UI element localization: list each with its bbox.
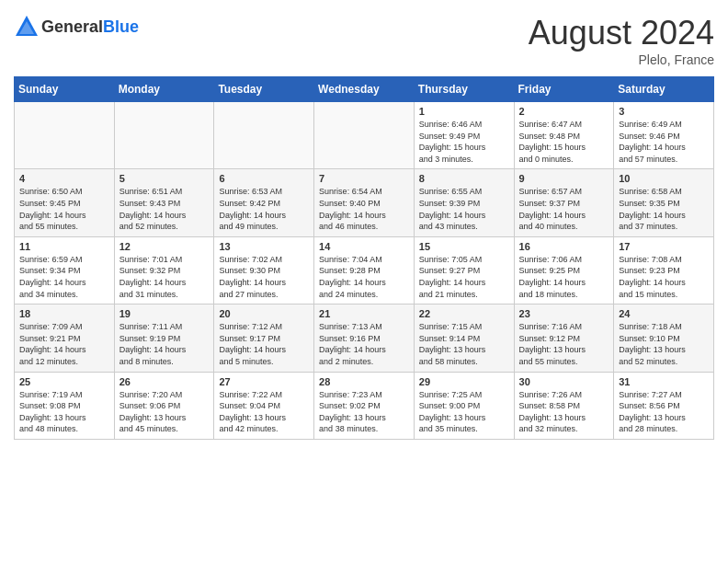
calendar-cell: 24Sunrise: 7:18 AM Sunset: 9:10 PM Dayli… [614,304,714,372]
day-number: 4 [19,173,109,184]
day-number: 29 [419,376,509,387]
day-number: 26 [119,376,210,387]
calendar-cell: 31Sunrise: 7:27 AM Sunset: 8:56 PM Dayli… [614,372,714,439]
day-info: Sunrise: 6:53 AM Sunset: 9:42 PM Dayligh… [219,186,309,232]
day-info: Sunrise: 7:02 AM Sunset: 9:30 PM Dayligh… [219,254,309,300]
calendar-cell: 2Sunrise: 6:47 AM Sunset: 9:48 PM Daylig… [514,102,614,169]
day-number: 3 [619,106,709,117]
day-number: 10 [619,173,709,184]
weekday-header-monday: Monday [114,77,214,102]
calendar-cell: 23Sunrise: 7:16 AM Sunset: 9:12 PM Dayli… [514,304,614,372]
calendar-cell: 5Sunrise: 6:51 AM Sunset: 9:43 PM Daylig… [114,169,214,236]
day-number: 18 [19,308,109,319]
day-info: Sunrise: 7:09 AM Sunset: 9:21 PM Dayligh… [19,321,109,367]
day-number: 21 [319,308,409,319]
logo-icon [14,14,40,40]
title-block: August 2024 Plelo, France [529,14,714,67]
day-number: 15 [419,241,509,252]
weekday-header-thursday: Thursday [414,77,514,102]
day-info: Sunrise: 6:51 AM Sunset: 9:43 PM Dayligh… [119,186,210,232]
calendar-cell: 6Sunrise: 6:53 AM Sunset: 9:42 PM Daylig… [214,169,314,236]
calendar-cell: 9Sunrise: 6:57 AM Sunset: 9:37 PM Daylig… [514,169,614,236]
calendar-cell: 10Sunrise: 6:58 AM Sunset: 9:35 PM Dayli… [614,169,714,236]
calendar-cell: 4Sunrise: 6:50 AM Sunset: 9:45 PM Daylig… [15,169,115,236]
weekday-header-sunday: Sunday [15,77,115,102]
calendar-cell: 11Sunrise: 6:59 AM Sunset: 9:34 PM Dayli… [15,236,115,304]
day-info: Sunrise: 7:04 AM Sunset: 9:28 PM Dayligh… [319,254,409,300]
day-info: Sunrise: 7:01 AM Sunset: 9:32 PM Dayligh… [119,254,210,300]
calendar-week-1: 1Sunrise: 6:46 AM Sunset: 9:49 PM Daylig… [15,102,714,169]
calendar-cell: 14Sunrise: 7:04 AM Sunset: 9:28 PM Dayli… [314,236,415,304]
calendar-cell: 20Sunrise: 7:12 AM Sunset: 9:17 PM Dayli… [214,304,314,372]
day-number: 25 [19,376,109,387]
month-title: August 2024 [529,14,714,52]
calendar-cell: 22Sunrise: 7:15 AM Sunset: 9:14 PM Dayli… [414,304,514,372]
day-info: Sunrise: 7:06 AM Sunset: 9:25 PM Dayligh… [519,254,609,300]
day-info: Sunrise: 7:05 AM Sunset: 9:27 PM Dayligh… [419,254,509,300]
day-number: 5 [119,173,210,184]
calendar-cell: 7Sunrise: 6:54 AM Sunset: 9:40 PM Daylig… [314,169,415,236]
calendar-cell: 26Sunrise: 7:20 AM Sunset: 9:06 PM Dayli… [114,372,214,439]
day-info: Sunrise: 7:19 AM Sunset: 9:08 PM Dayligh… [19,389,109,435]
day-number: 28 [319,376,409,387]
day-info: Sunrise: 6:49 AM Sunset: 9:46 PM Dayligh… [619,119,709,165]
logo: GeneralBlue [14,14,139,40]
day-info: Sunrise: 7:25 AM Sunset: 9:00 PM Dayligh… [419,389,509,435]
calendar-cell: 15Sunrise: 7:05 AM Sunset: 9:27 PM Dayli… [414,236,514,304]
day-number: 19 [119,308,210,319]
calendar-cell [314,102,415,169]
day-number: 14 [319,241,409,252]
day-info: Sunrise: 6:57 AM Sunset: 9:37 PM Dayligh… [519,186,609,232]
calendar-table: SundayMondayTuesdayWednesdayThursdayFrid… [14,76,714,440]
calendar-cell: 21Sunrise: 7:13 AM Sunset: 9:16 PM Dayli… [314,304,415,372]
calendar-cell: 28Sunrise: 7:23 AM Sunset: 9:02 PM Dayli… [314,372,415,439]
day-number: 30 [519,376,609,387]
day-info: Sunrise: 7:18 AM Sunset: 9:10 PM Dayligh… [619,321,709,367]
day-info: Sunrise: 7:23 AM Sunset: 9:02 PM Dayligh… [319,389,409,435]
weekday-header-row: SundayMondayTuesdayWednesdayThursdayFrid… [15,77,714,102]
day-info: Sunrise: 7:22 AM Sunset: 9:04 PM Dayligh… [219,389,309,435]
calendar-cell: 29Sunrise: 7:25 AM Sunset: 9:00 PM Dayli… [414,372,514,439]
calendar-cell: 1Sunrise: 6:46 AM Sunset: 9:49 PM Daylig… [414,102,514,169]
day-number: 2 [519,106,609,117]
calendar-week-4: 18Sunrise: 7:09 AM Sunset: 9:21 PM Dayli… [15,304,714,372]
day-number: 9 [519,173,609,184]
day-info: Sunrise: 6:54 AM Sunset: 9:40 PM Dayligh… [319,186,409,232]
weekday-header-saturday: Saturday [614,77,714,102]
day-number: 22 [419,308,509,319]
day-info: Sunrise: 7:20 AM Sunset: 9:06 PM Dayligh… [119,389,210,435]
calendar-week-3: 11Sunrise: 6:59 AM Sunset: 9:34 PM Dayli… [15,236,714,304]
day-info: Sunrise: 6:46 AM Sunset: 9:49 PM Dayligh… [419,119,509,165]
day-info: Sunrise: 6:58 AM Sunset: 9:35 PM Dayligh… [619,186,709,232]
day-number: 11 [19,241,109,252]
day-info: Sunrise: 7:13 AM Sunset: 9:16 PM Dayligh… [319,321,409,367]
calendar-cell [114,102,214,169]
calendar-cell: 16Sunrise: 7:06 AM Sunset: 9:25 PM Dayli… [514,236,614,304]
day-number: 23 [519,308,609,319]
day-info: Sunrise: 7:12 AM Sunset: 9:17 PM Dayligh… [219,321,309,367]
day-info: Sunrise: 6:50 AM Sunset: 9:45 PM Dayligh… [19,186,109,232]
day-info: Sunrise: 6:59 AM Sunset: 9:34 PM Dayligh… [19,254,109,300]
calendar-cell [15,102,115,169]
calendar-cell: 12Sunrise: 7:01 AM Sunset: 9:32 PM Dayli… [114,236,214,304]
day-number: 31 [619,376,709,387]
day-number: 17 [619,241,709,252]
location-label: Plelo, France [529,52,714,67]
calendar-week-2: 4Sunrise: 6:50 AM Sunset: 9:45 PM Daylig… [15,169,714,236]
day-number: 1 [419,106,509,117]
day-info: Sunrise: 7:15 AM Sunset: 9:14 PM Dayligh… [419,321,509,367]
calendar-cell: 13Sunrise: 7:02 AM Sunset: 9:30 PM Dayli… [214,236,314,304]
calendar-cell [214,102,314,169]
calendar-cell: 19Sunrise: 7:11 AM Sunset: 9:19 PM Dayli… [114,304,214,372]
day-number: 8 [419,173,509,184]
page-header: GeneralBlue August 2024 Plelo, France [14,14,714,67]
weekday-header-tuesday: Tuesday [214,77,314,102]
day-number: 7 [319,173,409,184]
day-number: 13 [219,241,309,252]
day-info: Sunrise: 6:47 AM Sunset: 9:48 PM Dayligh… [519,119,609,165]
calendar-week-5: 25Sunrise: 7:19 AM Sunset: 9:08 PM Dayli… [15,372,714,439]
logo-blue-text: Blue [103,17,139,36]
calendar-cell: 30Sunrise: 7:26 AM Sunset: 8:58 PM Dayli… [514,372,614,439]
calendar-cell: 17Sunrise: 7:08 AM Sunset: 9:23 PM Dayli… [614,236,714,304]
day-number: 27 [219,376,309,387]
